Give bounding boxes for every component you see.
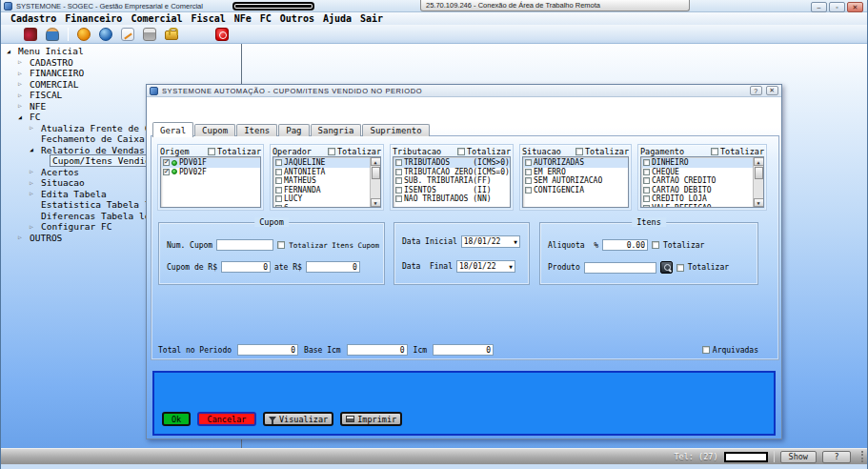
tree-expander-icon[interactable]	[18, 233, 28, 242]
menu-item[interactable]: Cadastro	[10, 13, 56, 24]
item-checkbox[interactable]	[275, 187, 282, 194]
list-item[interactable]: NAO TRIBUTADOS (NN)	[394, 194, 510, 204]
item-checkbox[interactable]	[395, 169, 402, 175]
totalizar-itens-cupom-checkbox[interactable]	[277, 241, 285, 249]
printer-icon[interactable]	[143, 28, 156, 41]
tree-item[interactable]: Menu Inicial	[3, 46, 239, 57]
list-item[interactable]: PDV02F	[162, 168, 260, 177]
tree-expander-icon[interactable]	[30, 123, 39, 133]
item-checkbox[interactable]	[395, 159, 402, 166]
tree-expander-icon[interactable]	[30, 189, 39, 198]
list-item[interactable]: PDV01F	[162, 158, 260, 168]
filter-listbox[interactable]: AUTORIZADAS EM ERRO	[522, 156, 629, 208]
partners-icon[interactable]	[24, 28, 37, 41]
menu-item[interactable]: NFe	[234, 13, 252, 24]
tab[interactable]: Cupom	[194, 124, 235, 136]
data-final-combobox[interactable]: 18/01/22 ▼	[456, 260, 515, 273]
list-item[interactable]: ANTONIETA	[274, 168, 380, 177]
list-item[interactable]: 6	[274, 204, 380, 209]
list-item[interactable]: VALE REFEICAO	[642, 204, 763, 209]
item-checkbox[interactable]	[643, 195, 650, 202]
item-checkbox[interactable]	[525, 187, 532, 194]
notes-icon[interactable]	[121, 28, 134, 41]
list-item[interactable]: JAQUELINE	[274, 158, 380, 168]
item-checkbox[interactable]	[643, 177, 650, 184]
item-checkbox[interactable]	[395, 195, 402, 202]
tree-item[interactable]: FINANCEIRO	[3, 68, 239, 79]
produto-lookup-button[interactable]	[660, 261, 673, 274]
list-item[interactable]: DINHEIRO	[642, 158, 763, 168]
cupom-de-input[interactable]	[221, 261, 271, 273]
item-checkbox[interactable]	[643, 159, 650, 166]
menu-item[interactable]: Comercial	[131, 13, 182, 24]
power-icon[interactable]	[215, 28, 229, 41]
scroll-up-icon[interactable]: ▲	[371, 157, 381, 166]
cancelar-button[interactable]: Cancelar	[197, 412, 256, 426]
list-item[interactable]: AUTORIZADAS	[524, 158, 628, 168]
item-checkbox[interactable]	[643, 169, 650, 175]
scroll-thumb[interactable]	[755, 167, 763, 179]
user-setup-icon[interactable]	[46, 28, 59, 41]
item-checkbox[interactable]	[643, 187, 650, 194]
list-item[interactable]: TRIBUTACAO ZERO(ICMS=0)	[394, 168, 510, 177]
list-item[interactable]: LUCY	[274, 194, 380, 204]
item-checkbox[interactable]	[275, 195, 282, 202]
tree-expander-icon[interactable]	[18, 101, 28, 111]
list-item[interactable]: CONTIGENCIA	[524, 186, 628, 195]
list-item[interactable]: TRIBUTADOS (ICMS>0)	[394, 158, 510, 168]
tree-expander-icon[interactable]	[30, 178, 39, 188]
base-icm-input[interactable]	[347, 344, 408, 356]
data-inicial-combobox[interactable]: 18/01/22 ▼	[461, 235, 520, 248]
scrollbar[interactable]: ▲ ▼	[753, 157, 763, 207]
lock-icon[interactable]	[165, 31, 178, 40]
list-item[interactable]: FERNANDA	[274, 186, 380, 195]
filter-listbox[interactable]: JAQUELINE ANTONIETA	[273, 156, 381, 208]
totalizar-checkbox[interactable]	[457, 148, 465, 155]
list-item[interactable]: CHEQUE	[642, 168, 763, 177]
menu-item[interactable]: Fiscal	[192, 13, 226, 24]
aliquota-totalizar-checkbox[interactable]	[652, 241, 659, 249]
menu-item[interactable]: Financeiro	[65, 13, 122, 24]
scroll-down-icon[interactable]: ▼	[371, 198, 381, 207]
list-item[interactable]: CARTAO DEBITO	[642, 186, 763, 195]
imprimir-button[interactable]: Imprimir	[340, 412, 402, 426]
filter-listbox[interactable]: TRIBUTADOS (ICMS>0) TRIBUTACAO ZERO(ICMS…	[393, 156, 511, 208]
list-item[interactable]: SEM AUTORIZACAO	[524, 176, 628, 186]
num-cupom-input[interactable]	[216, 239, 273, 251]
statusbar-help-button[interactable]: ?	[822, 451, 851, 463]
tab[interactable]: Geral	[152, 122, 193, 137]
tab[interactable]: Itens	[236, 124, 277, 136]
item-checkbox[interactable]	[643, 205, 650, 208]
list-item[interactable]: MATHEUS	[274, 176, 380, 186]
item-checkbox[interactable]	[275, 169, 282, 175]
menu-item[interactable]: Sair	[360, 13, 383, 24]
restore-button[interactable]: ▫	[829, 2, 845, 12]
close-button[interactable]: ✕	[847, 2, 863, 12]
cupom-ate-input[interactable]	[306, 261, 360, 273]
item-checkbox[interactable]	[525, 177, 532, 184]
item-checkbox[interactable]	[163, 159, 170, 166]
minimize-button[interactable]: –	[811, 2, 827, 12]
dialog-close-button[interactable]: ✕	[766, 86, 778, 95]
menu-item[interactable]: Ajuda	[323, 13, 352, 24]
list-item[interactable]: SUB. TRIBUTARIA(FF)	[394, 176, 510, 186]
produto-totalizar-checkbox[interactable]	[676, 264, 684, 272]
item-checkbox[interactable]	[275, 205, 282, 208]
totalizar-checkbox[interactable]	[328, 148, 335, 155]
aliquota-input[interactable]	[602, 239, 648, 251]
scroll-thumb[interactable]	[372, 167, 380, 179]
list-item[interactable]: CARTAO CREDITO	[642, 176, 763, 186]
show-button[interactable]: Show	[780, 451, 817, 463]
list-item[interactable]: EM ERRO	[524, 168, 628, 177]
item-checkbox[interactable]	[395, 187, 402, 194]
filter-listbox[interactable]: DINHEIRO CHEQUE	[640, 156, 764, 208]
tree-expander-icon[interactable]	[30, 222, 39, 232]
produto-input[interactable]	[584, 262, 656, 274]
tree-item[interactable]: CADASTRO	[3, 57, 239, 69]
tab[interactable]: Pag	[278, 124, 309, 136]
ok-button[interactable]: Ok	[162, 412, 191, 426]
visualizar-button[interactable]: Visualizar	[263, 412, 333, 426]
scrollbar[interactable]: ▲ ▼	[370, 157, 380, 207]
list-item[interactable]: ISENTOS (II)	[394, 186, 510, 195]
totalizar-checkbox[interactable]	[208, 148, 215, 155]
